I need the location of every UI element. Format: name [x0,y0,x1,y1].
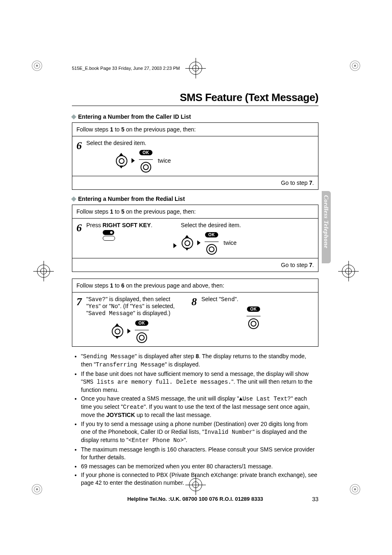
step-number-6: 6 [76,140,85,152]
crop-mark-bl [29,481,45,497]
ring-icon [248,318,259,329]
bullet-4: If you try to send a message using a pho… [81,420,318,444]
step-number-8: 8 [191,296,200,308]
arrow-right-icon [131,158,135,163]
step-6-caller-id: 6 Select the desired item. OK twice [72,136,318,176]
ring-icon [206,244,217,255]
bullet-5: The maximum message length is 160 charac… [81,446,318,461]
footer-helpline: Helpline Tel.No. :U.K. 08700 100 076 R.O… [72,496,318,502]
section-heading-redial: Entering a Number from the Redial List [72,196,318,202]
step-number-6: 6 [76,222,85,234]
right-softkey-icon [103,230,119,241]
follow-caller-id: Follow steps 1 to 5 on the previous page… [72,123,318,136]
ok-button-icon: OK [139,150,152,155]
twice-label: twice [158,157,171,164]
bullet-2: If the base unit does not have sufficien… [81,370,318,394]
follow-steps-1-6: Follow steps 1 to 6 on the previous page… [72,279,318,292]
arrow-right-icon [173,243,177,248]
joystick-icon [181,236,193,250]
section-heading-caller-id: Entering a Number from the Caller ID Lis… [72,113,318,120]
joystick-icon [111,324,123,338]
twice-label: twice [224,240,237,246]
ring-icon [141,162,151,173]
box-steps-7-8: Follow steps 1 to 6 on the previous page… [72,279,318,347]
page-number: 33 [312,496,318,502]
frame-header: 515E_E.book Page 33 Friday, June 27, 200… [72,66,318,71]
diamond-icon [71,114,76,120]
chapter-title: SMS Feature (Text Message) [72,91,318,106]
steps-7-8-row: 7 "Save?" is displayed, then select "Yes… [72,292,318,346]
joystick-icon [115,154,127,168]
step6b-text: Select the desired item. [181,222,241,228]
bullet-3: Once you have created a SMS message, the… [81,395,318,419]
goto-step7-b: Go to step 7. [72,258,318,272]
step-number-7: 7 [76,296,85,308]
ok-button-icon: OK [247,306,260,312]
bullet-6: 69 messages can be memorized when you en… [81,463,318,470]
register-target-r [342,265,355,278]
arrow-right-icon [197,240,201,245]
ring-icon [136,332,147,343]
box-redial: Follow steps 1 to 5 on the previous page… [72,205,318,272]
step-6-redial: 6 Press RIGHT SOFT KEY. [72,218,318,258]
crop-mark-tr [347,58,363,74]
step6-text: Select the desired item. [86,140,146,146]
side-tab-label: Cordless Telephone [323,195,330,249]
diamond-icon [71,196,76,202]
ok-button-icon: OK [135,320,148,326]
arrow-right-icon [127,329,131,334]
notes-bullet-list: "Sending Message" is displayed after ste… [72,352,318,487]
follow-redial: Follow steps 1 to 5 on the previous page… [72,205,318,218]
crop-mark-tl [29,58,45,74]
box-caller-id: Follow steps 1 to 5 on the previous page… [72,122,318,190]
ok-button-icon: OK [205,232,218,237]
goto-step7-a: Go to step 7. [72,176,318,189]
crop-mark-br [347,481,363,497]
bullet-1: "Sending Message" is displayed after ste… [81,352,318,369]
register-target-l [37,265,50,278]
bullet-7: If your phone is connected to PBX (Priva… [81,471,318,487]
